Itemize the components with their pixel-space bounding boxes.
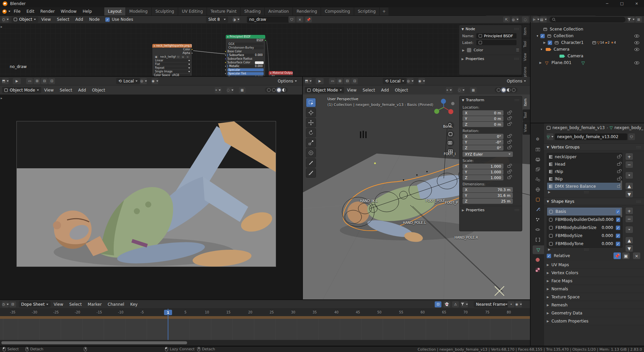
vertex-group-row[interactable]: DMX Stereo Balance [547, 183, 622, 190]
shape-key-mute-checkbox[interactable]: ✓ [616, 218, 620, 222]
editor-type-icon[interactable]: ⬒ [2, 78, 9, 84]
node-dropdown[interactable]: Single Image [152, 70, 192, 73]
output-target-dropdown[interactable]: All [269, 75, 293, 76]
principled-bsdf-node[interactable]: ▾Principled BSDF BSDF GGX Christensen-Bu… [225, 35, 266, 76]
select-mode-icon[interactable]: ▭ [329, 78, 336, 84]
tool-transform[interactable] [306, 148, 316, 158]
workspace-tab[interactable]: Compositing [321, 7, 354, 15]
lock-icon[interactable] [617, 163, 620, 166]
menu-item[interactable]: View [344, 88, 360, 93]
outliner-scene-icon[interactable]: ▤ [540, 16, 547, 22]
snap-magnet-icon[interactable]: ◎ [407, 78, 414, 84]
colorspace-row[interactable]: Color Space sRGB [152, 73, 192, 76]
workspace-tab[interactable]: Modeling [126, 7, 152, 15]
fake-user-shield-icon[interactable]: 🛡 [288, 16, 295, 22]
close-button[interactable]: × [629, 0, 644, 7]
breadcrumb-object[interactable]: nexgen_body_female_v13 [552, 125, 605, 130]
rotation-mode-dropdown[interactable]: XYZ Euler [463, 152, 513, 157]
sk-scrollbar[interactable] [621, 208, 622, 217]
mode-dropdown[interactable]: Object Mode [305, 87, 344, 93]
parent-node-icon[interactable]: ⇱ [503, 16, 510, 22]
tool-scale[interactable] [306, 138, 316, 148]
menu-item[interactable]: Add [75, 88, 89, 93]
outliner-row-scene-collection[interactable]: Scene Collection [531, 26, 644, 33]
solid-shading-icon[interactable] [272, 88, 276, 92]
shape-key-row[interactable]: FBMBodybuilderSize 0.000 ✓ [547, 224, 622, 232]
menu-item[interactable]: File [11, 9, 23, 14]
overlay-toggle-icon[interactable]: ◌ [522, 16, 529, 22]
menu-item[interactable]: Select [66, 302, 85, 307]
solid-shading-icon[interactable] [502, 88, 505, 92]
tab-particles-icon[interactable] [533, 215, 543, 224]
material-output-node[interactable]: ▾Material Output All Surface [268, 71, 293, 76]
collection-checkbox[interactable]: ✓ [540, 34, 545, 38]
shape-key-row[interactable]: Basis ✓ [547, 208, 622, 216]
tab-object-icon[interactable] [533, 195, 543, 204]
bsdf-input[interactable]: Roughness0.000 [226, 75, 265, 76]
shape-keys-header[interactable]: ▼Shape Keys:::: [544, 198, 644, 205]
node-output[interactable]: Color [152, 48, 192, 51]
sk-remove-button[interactable]: − [625, 215, 633, 223]
sidebar-tab[interactable]: Item [523, 96, 530, 109]
tab-modifiers-icon[interactable] [533, 205, 543, 214]
collapsed-section[interactable]: ▶Custom Properties [544, 317, 644, 325]
shader-type-dropdown[interactable]: Object [11, 16, 38, 23]
collapsed-section[interactable]: ▶Normals [544, 285, 644, 293]
lock-icon[interactable] [507, 177, 511, 179]
rotation-row[interactable]: X0° [463, 134, 522, 139]
sidebar-tab[interactable]: Item [522, 25, 530, 38]
new-collection-icon[interactable]: ⊞ [635, 16, 642, 22]
shape-key-row[interactable]: FBMBodybuilderDetails 0.000 ✓ [547, 216, 622, 224]
shape-key-mute-checkbox[interactable]: ✓ [616, 242, 620, 246]
vertex-group-row[interactable]: rNip [547, 168, 622, 175]
image-fake-user-icon[interactable]: 🛡 [176, 55, 180, 58]
dopesheet-mode-dropdown[interactable]: Dope Sheet [19, 301, 51, 307]
image-datablock-row[interactable]: ▣ neck_twilightsparkl... 🛡 ⧉ × [152, 55, 192, 59]
tab-render-icon[interactable] [533, 145, 543, 154]
display-mode-icon[interactable]: ⊫ [533, 16, 539, 22]
expand-icon[interactable]: ▶ [539, 61, 542, 64]
tab-physics-icon[interactable] [533, 225, 543, 234]
mesh-browse-icon[interactable]: ▽ [547, 133, 553, 140]
collapsed-section[interactable]: ▶Texture Space [544, 293, 644, 301]
lock-icon[interactable] [507, 123, 511, 126]
sidebar-tab[interactable]: Tool [523, 109, 530, 121]
subsurface-color-swatch[interactable] [255, 61, 264, 64]
tab-constraints-icon[interactable] [533, 235, 543, 244]
node-dropdown[interactable]: Repeat [152, 66, 192, 70]
expand-icon[interactable]: ▾ [537, 34, 538, 38]
rendered-shading-icon[interactable] [512, 88, 516, 92]
image-unlink-icon[interactable]: × [186, 55, 190, 58]
menu-item[interactable]: View [51, 302, 66, 307]
viewport-solid[interactable]: ⬒ ▶ ▭ ⊞ ⊟ ⊡ ⟲Local ◎ ◉ Options Object Mo… [303, 77, 530, 299]
workspace-tab[interactable]: Shading [240, 7, 265, 15]
filter-icon[interactable] [628, 16, 635, 22]
scale-row[interactable]: Y1.000 [463, 169, 522, 175]
outliner-row-character1[interactable]: ▶ ✓ Character1 ▽14 ▰2 ✶4 [531, 39, 644, 46]
lock-icon[interactable] [617, 156, 620, 158]
slot-dropdown[interactable]: Slot 8 [206, 16, 228, 23]
select-add-icon[interactable]: ⊞ [336, 78, 343, 84]
collapsed-section[interactable]: ▶Face Maps [544, 277, 644, 285]
sss-method-dropdown[interactable]: Christensen-Burley [226, 46, 265, 50]
node-color-swatch[interactable] [467, 48, 471, 52]
shape-key-row[interactable]: FBMBodySize 0.000 ✓ [547, 232, 622, 240]
viewport-rendered[interactable]: ⬒ ▶ ▭ ⊞ ⊟ ⊡ ⟲Local ◎ ◉ Options Object Mo… [0, 77, 302, 299]
clear-shape-keys-button[interactable]: × [633, 252, 641, 259]
snap-mode-dropdown[interactable]: Nearest Frame [474, 301, 508, 307]
keying-dot-icon[interactable]: • [508, 301, 515, 307]
workspace-tab[interactable]: Animation [265, 7, 293, 15]
sidebar-tab[interactable]: View [522, 50, 530, 64]
timeline-scrollbar[interactable] [1, 341, 187, 344]
transform-orientation-dropdown[interactable]: ⟲Local [383, 78, 407, 84]
vertex-group-row[interactable]: neckUpper [547, 153, 622, 161]
fake-user-shield-icon[interactable]: 🛡 [628, 133, 635, 140]
bsdf-input[interactable]: Specular [226, 68, 265, 72]
collapsed-section[interactable]: ▶Geometry Data [544, 309, 644, 317]
transform-orientation-dropdown[interactable]: ⟲Local [116, 78, 140, 84]
hide-eye-icon[interactable] [634, 61, 639, 64]
workspace-tab[interactable]: Sculpting [152, 7, 178, 15]
select-sub-icon[interactable]: ⊟ [41, 78, 48, 84]
active-tool-icon[interactable]: ▶ [13, 78, 21, 84]
editor-type-icon[interactable]: ⬡ [2, 16, 9, 22]
